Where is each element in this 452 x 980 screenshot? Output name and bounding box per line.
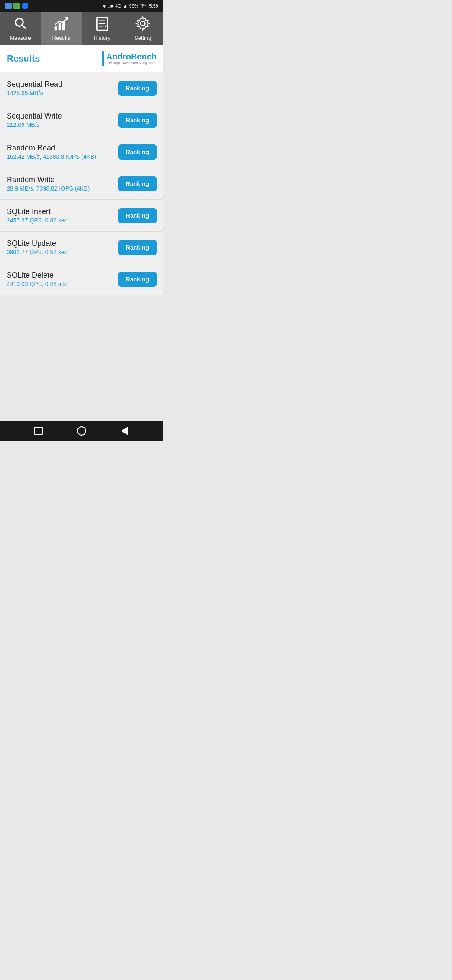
svg-rect-2 [55, 26, 57, 30]
ranking-button-sqlite-delete[interactable]: Ranking [118, 272, 157, 287]
brand-text: AndroBench Storage Benchmarking Tool [106, 52, 157, 65]
benchmark-list: Sequential Read 1425.65 MB/s Ranking Seq… [0, 72, 163, 295]
benchmark-value-sqlite-delete: 4419.03 QPS, 0.46 sec [7, 281, 118, 287]
tab-history[interactable]: History [82, 12, 123, 45]
benchmark-item-random-write: Random Write 28.9 MB/s, 7398.82 IOPS (4K… [0, 168, 163, 200]
benchmark-item-sqlite-update: SQLite Update 3902.77 QPS, 0.52 sec Rank… [0, 232, 163, 263]
ranking-button-random-write[interactable]: Ranking [118, 176, 157, 191]
app-icon-2 [13, 3, 20, 9]
tab-measure-label: Measure [10, 35, 31, 41]
nav-home-button[interactable] [76, 426, 87, 436]
brand-name-bench: Bench [131, 52, 157, 61]
ranking-button-sqlite-update[interactable]: Ranking [118, 240, 157, 255]
tab-setting-label: Setting [134, 35, 151, 41]
benchmark-item-sqlite-delete: SQLite Delete 4419.03 QPS, 0.46 sec Rank… [0, 263, 163, 295]
benchmark-info-sequential-read: Sequential Read 1425.65 MB/s [7, 80, 118, 96]
brand-bar [102, 51, 104, 66]
nav-tabs: Measure Results History [0, 12, 163, 45]
brand-subtitle: Storage Benchmarking Tool [106, 61, 157, 65]
measure-icon [13, 16, 28, 33]
brand-name-andro: Andro [106, 52, 131, 61]
ranking-button-random-read[interactable]: Ranking [118, 144, 157, 160]
benchmark-value-sequential-write: 212.66 MB/s [7, 121, 118, 128]
benchmark-info-sqlite-insert: SQLite Insert 2457.37 QPS, 0.82 sec [7, 207, 118, 224]
benchmark-value-sqlite-update: 3902.77 QPS, 0.52 sec [7, 249, 118, 255]
status-right-info: ∗ □■ 4G ▲ 99% 下午5:59 [103, 3, 158, 9]
empty-content-area [0, 295, 163, 421]
benchmark-name-sqlite-update: SQLite Update [7, 239, 118, 248]
app-icon-3 [22, 3, 28, 9]
ranking-button-sequential-read[interactable]: Ranking [118, 81, 157, 96]
benchmark-info-random-read: Random Read 162.42 MB/s, 41580.8 IOPS (4… [7, 144, 118, 160]
benchmark-name-sequential-read: Sequential Read [7, 80, 118, 89]
benchmark-value-random-write: 28.9 MB/s, 7398.82 IOPS (4KB) [7, 185, 118, 192]
benchmark-item-sqlite-insert: SQLite Insert 2457.37 QPS, 0.82 sec Rank… [0, 200, 163, 232]
benchmark-value-random-read: 162.42 MB/s, 41580.8 IOPS (4KB) [7, 153, 118, 160]
triangle-icon [121, 426, 128, 436]
signal-icon: □■ [108, 3, 113, 8]
brand-name: AndroBench [106, 52, 157, 61]
benchmark-info-sqlite-update: SQLite Update 3902.77 QPS, 0.52 sec [7, 239, 118, 255]
benchmark-name-random-write: Random Write [7, 175, 118, 184]
benchmark-item-random-read: Random Read 162.42 MB/s, 41580.8 IOPS (4… [0, 136, 163, 168]
svg-line-1 [22, 25, 26, 29]
benchmark-name-random-read: Random Read [7, 144, 118, 152]
benchmark-value-sequential-read: 1425.65 MB/s [7, 90, 118, 96]
svg-rect-3 [59, 23, 61, 30]
tab-history-label: History [94, 35, 110, 41]
tab-results[interactable]: Results [41, 12, 82, 45]
nav-back-button[interactable] [119, 426, 130, 436]
nav-recent-apps-button[interactable] [33, 426, 44, 436]
benchmark-name-sequential-write: Sequential Write [7, 112, 118, 121]
results-header: Results AndroBench Storage Benchmarking … [0, 45, 163, 72]
results-icon [54, 16, 69, 33]
status-left-icons [5, 3, 28, 9]
benchmark-info-sqlite-delete: SQLite Delete 4419.03 QPS, 0.46 sec [7, 271, 118, 287]
square-icon [34, 427, 43, 435]
circle-icon [77, 426, 86, 436]
status-bar: ∗ □■ 4G ▲ 99% 下午5:59 [0, 0, 163, 12]
ranking-button-sequential-write[interactable]: Ranking [118, 113, 157, 128]
network-type: 4G [115, 3, 121, 8]
tab-setting[interactable]: Setting [123, 12, 164, 45]
tab-results-label: Results [52, 35, 70, 41]
benchmark-name-sqlite-insert: SQLite Insert [7, 207, 118, 216]
setting-icon [135, 16, 150, 33]
bottom-nav-bar [0, 421, 163, 441]
signal-strength: ▲ [123, 3, 128, 8]
app-icon-1 [5, 3, 12, 9]
bluetooth-icon: ∗ [103, 3, 106, 9]
ranking-button-sqlite-insert[interactable]: Ranking [118, 208, 157, 223]
svg-point-9 [141, 21, 145, 26]
brand-logo: AndroBench Storage Benchmarking Tool [102, 51, 157, 66]
benchmark-value-sqlite-insert: 2457.37 QPS, 0.82 sec [7, 217, 118, 224]
tab-measure[interactable]: Measure [0, 12, 41, 45]
page-title: Results [7, 53, 40, 64]
benchmark-item-sequential-write: Sequential Write 212.66 MB/s Ranking [0, 104, 163, 136]
benchmark-info-random-write: Random Write 28.9 MB/s, 7398.82 IOPS (4K… [7, 175, 118, 192]
battery-level: 99% [129, 3, 139, 8]
benchmark-info-sequential-write: Sequential Write 212.66 MB/s [7, 112, 118, 128]
history-icon [95, 16, 110, 33]
time-display: 下午5:59 [140, 3, 158, 9]
benchmark-item-sequential-read: Sequential Read 1425.65 MB/s Ranking [0, 72, 163, 104]
benchmark-name-sqlite-delete: SQLite Delete [7, 271, 118, 280]
